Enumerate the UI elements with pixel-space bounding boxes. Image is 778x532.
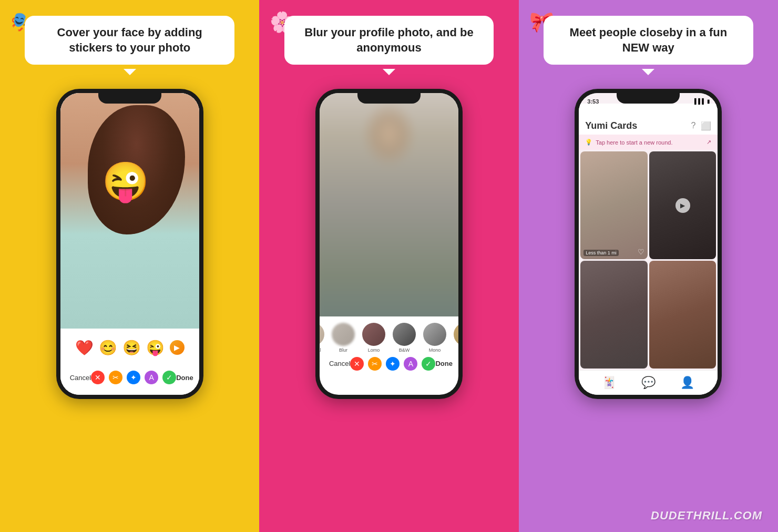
tool-delete-icon-2[interactable]: ✕ <box>350 357 364 371</box>
phone-1-notch <box>98 89 161 104</box>
grid-photo-4[interactable] <box>649 261 716 369</box>
filter-mono-label: Mono <box>429 347 441 353</box>
filter-lomo[interactable]: Lomo <box>362 323 385 353</box>
filter-original[interactable]: Original <box>320 323 324 353</box>
cancel-button-1[interactable]: Cancel <box>70 374 91 382</box>
sticker-grin[interactable]: 😆 <box>122 339 141 356</box>
filter-lomo-thumb <box>362 323 385 346</box>
panel-pink-bubble-text: Blur your profile photo, and be anonymou… <box>297 25 482 55</box>
grid-photo-3[interactable] <box>580 261 648 369</box>
header-icons: ? ⬜ <box>691 121 711 131</box>
panel-yellow: 🎭 Cover your face by adding stickers to … <box>0 0 259 532</box>
banner-text: Tap here to start a new round. <box>596 139 672 146</box>
toolbar-actions-1: Cancel ✕ ✂ ✦ A ✓ Done <box>66 371 194 384</box>
arrow-icon: ↗ <box>707 139 711 146</box>
photo-heart-icon[interactable]: ♡ <box>638 248 644 256</box>
tool-crop-icon[interactable]: ✂ <box>109 371 122 384</box>
filter-bw[interactable]: B&W <box>393 323 416 353</box>
done-button-1[interactable]: Done <box>176 374 193 382</box>
phone-3-header: Yumi Cards ? ⬜ <box>579 104 718 135</box>
signal-icon: ▌▌▌ <box>694 98 705 104</box>
woman-photo-1 <box>60 93 199 329</box>
panel-purple-bubble-text: Meet people closeby in a fun NEW way <box>556 25 741 55</box>
sticker-tongue[interactable]: 😜 <box>146 339 165 356</box>
photo-distance-label: Less than 1 mi <box>584 250 619 256</box>
phone-3-time: 3:53 <box>587 98 599 105</box>
filter-bw-thumb <box>393 323 416 346</box>
panel-yellow-bubble: Cover your face by adding stickers to yo… <box>25 16 234 65</box>
panel-purple-bubble: Meet people closeby in a fun NEW way <box>544 16 753 65</box>
panel-pink-bubble: Blur your profile photo, and be anonymou… <box>284 16 494 65</box>
sticker-more[interactable]: ▶ <box>170 340 185 355</box>
sticker-row: ❤️ 😊 😆 😜 ▶ <box>75 339 185 356</box>
toolbar-icons-1: ✕ ✂ ✦ A ✓ <box>91 371 176 384</box>
sticker-smile[interactable]: 😊 <box>99 339 117 356</box>
battery-icon: ▮ <box>707 98 710 104</box>
filter-retro-thumb <box>454 323 458 346</box>
filter-mono[interactable]: Mono <box>423 323 446 353</box>
watermark: DUDETHRILL.COM <box>651 509 762 523</box>
grid-photo-1[interactable]: Less than 1 mi ♡ <box>580 151 648 259</box>
profile-icon[interactable]: 👤 <box>680 376 694 390</box>
play-icon[interactable]: ▶ <box>675 198 690 213</box>
lightbulb-icon: 💡 <box>585 139 592 146</box>
grid-photo-2[interactable]: ▶ <box>649 151 716 259</box>
filter-blur-label: Blur <box>339 347 347 353</box>
share-icon[interactable]: ⬜ <box>701 121 711 131</box>
phone-2-toolbar: Original Blur Lomo B&W <box>320 316 458 375</box>
filter-original-label: Original <box>320 347 321 353</box>
filter-blur-thumb <box>332 323 355 346</box>
phone-3-banner[interactable]: 💡 Tap here to start a new round. ↗ <box>579 135 718 150</box>
phone-1-toolbar: ❤️ 😊 😆 😜 ▶ Cancel ✕ ✂ ✦ A ✓ <box>60 329 199 395</box>
phone-1-content: 😜 ❤️ 😊 😆 😜 ▶ Cancel ✕ ✂ <box>60 93 199 395</box>
filter-bw-label: B&W <box>399 347 410 353</box>
tool-delete-icon[interactable]: ✕ <box>91 371 105 384</box>
phone-3-inner: 3:53 ▌▌▌ ▮ Yumi Cards ? ⬜ 💡 Tap here to … <box>579 93 718 395</box>
blurred-woman-photo <box>320 93 458 316</box>
sticker-heart[interactable]: ❤️ <box>75 339 94 356</box>
app-title: Yumi Cards <box>585 120 637 131</box>
phone-2-inner: Original Blur Lomo B&W <box>320 93 458 395</box>
tool-crop-icon-2[interactable]: ✂ <box>368 357 382 371</box>
phone-1-photo: 😜 <box>60 93 199 329</box>
phone-2: Original Blur Lomo B&W <box>315 89 463 399</box>
phone-2-notch <box>357 89 421 104</box>
help-icon[interactable]: ? <box>691 121 695 131</box>
toolbar-icons-2: ✕ ✂ ✦ A ✓ <box>350 357 435 371</box>
filter-mono-thumb <box>423 323 446 346</box>
tool-adjust-icon[interactable]: ✦ <box>127 371 140 384</box>
filter-lomo-label: Lomo <box>368 347 380 353</box>
done-button-2[interactable]: Done <box>435 360 453 367</box>
emoji-sticker: 😜 <box>102 159 149 204</box>
cancel-button-2[interactable]: Cancel <box>329 360 350 367</box>
filter-retro[interactable]: Retro <box>454 323 458 353</box>
cards-icon[interactable]: 🃏 <box>602 376 616 390</box>
phone-3-status-bar: ▌▌▌ ▮ <box>694 98 710 104</box>
phone-2-photo <box>320 93 458 316</box>
phone-1: 😜 ❤️ 😊 😆 😜 ▶ Cancel ✕ ✂ <box>56 89 203 399</box>
tool-check-icon-2[interactable]: ✓ <box>422 357 435 371</box>
phone-3-notch <box>617 89 680 104</box>
filter-original-thumb <box>320 323 324 346</box>
chat-icon[interactable]: 💬 <box>641 376 656 390</box>
tool-adjust-icon-2[interactable]: ✦ <box>386 357 400 371</box>
tool-text-icon[interactable]: A <box>145 371 158 384</box>
phone-3-bottom-bar: 🃏 💬 👤 <box>579 370 718 395</box>
tool-check-icon[interactable]: ✓ <box>162 371 176 384</box>
photo-grid: Less than 1 mi ♡ ▶ <box>579 150 718 370</box>
phone-3: 3:53 ▌▌▌ ▮ Yumi Cards ? ⬜ 💡 Tap here to … <box>575 89 722 399</box>
filter-blur[interactable]: Blur <box>332 323 355 353</box>
tool-text-icon-2[interactable]: A <box>404 357 417 371</box>
panel-pink: 🌸 Blur your profile photo, and be anonym… <box>259 0 518 532</box>
toolbar-actions-2: Cancel ✕ ✂ ✦ A ✓ Done <box>325 357 453 371</box>
panel-purple: 🎀 Meet people closeby in a fun NEW way 3… <box>519 0 778 532</box>
phone-1-inner: 😜 ❤️ 😊 😆 😜 ▶ Cancel ✕ ✂ <box>60 93 199 395</box>
panel-yellow-bubble-text: Cover your face by adding stickers to yo… <box>37 25 222 55</box>
phone-3-content: 3:53 ▌▌▌ ▮ Yumi Cards ? ⬜ 💡 Tap here to … <box>579 93 718 395</box>
filter-row: Original Blur Lomo B&W <box>320 319 458 355</box>
